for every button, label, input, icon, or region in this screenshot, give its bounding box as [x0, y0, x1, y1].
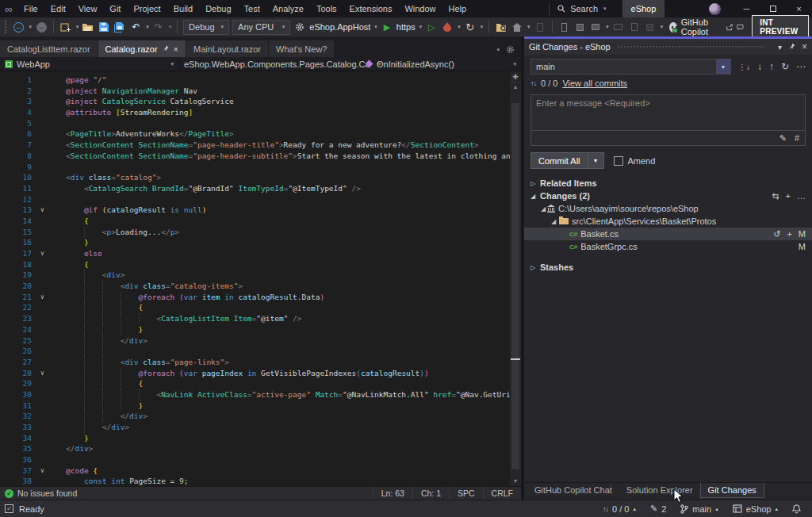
menu-analyze[interactable]: Analyze	[266, 0, 310, 17]
generate-commit-message-icon[interactable]: ✎	[779, 133, 787, 144]
hot-reload-caret-icon[interactable]: ▾	[458, 24, 461, 30]
repo-status-button[interactable]: eShop ▴	[733, 504, 778, 514]
branch-status-button[interactable]: main ▴	[680, 504, 718, 514]
git-tree-item-basket-cs[interactable]: C#Basket.cs↺+M	[524, 228, 812, 240]
document-list-caret-icon[interactable]: ▾	[496, 47, 500, 53]
menu-help[interactable]: Help	[442, 0, 473, 17]
code-line[interactable]: 30 <NavLink ActiveClass="active-page" Ma…	[0, 389, 521, 400]
code-line[interactable]: 28∨ @foreach (var pageIndex in GetVisibl…	[0, 368, 521, 379]
sync-button[interactable]: ↻	[781, 61, 789, 72]
column-indicator[interactable]: Ch: 1	[412, 487, 449, 500]
fold-chevron-icon[interactable]: ∨	[35, 465, 50, 477]
tab-close-icon[interactable]: ×	[174, 44, 178, 54]
git-panel-title-bar[interactable]: Git Changes - eShop ▾ ×	[524, 39, 812, 55]
code-line[interactable]: 32 </div>	[0, 411, 521, 422]
configuration-dropdown[interactable]: Debug▾	[183, 20, 229, 35]
find-in-files-button[interactable]	[495, 19, 508, 35]
pull-button[interactable]: ↓	[757, 61, 762, 72]
commit-message-box[interactable]: Enter a message <Required> ✎ #	[530, 94, 806, 146]
git-tree-item-c-users-aayim-source-repos-eshop[interactable]: ◢C:\Users\aayim\source\repos\eShop	[524, 202, 812, 215]
int-preview-badge[interactable]: INT PREVIEW	[752, 15, 809, 39]
device-package-icon[interactable]	[573, 19, 586, 35]
undo-changes-icon[interactable]: ↺	[773, 229, 780, 239]
restart-button[interactable]: ↻	[464, 19, 477, 35]
code-line[interactable]: 8<SectionContent SectionName="page-heade…	[0, 151, 521, 162]
view-all-commits-link[interactable]: View all commits	[562, 79, 627, 88]
menu-file[interactable]: File	[17, 0, 44, 17]
attach-process-button[interactable]	[534, 19, 546, 35]
solution-name-badge[interactable]: eShop	[622, 0, 665, 17]
navigate-forward-button[interactable]: →	[35, 19, 48, 35]
code-line[interactable]: 1@page "/"	[0, 75, 521, 86]
menu-tools[interactable]: Tools	[310, 0, 343, 17]
github-copilot-button[interactable]: GitHub Copilot	[669, 17, 744, 36]
save-all-button[interactable]	[113, 19, 126, 35]
code-line[interactable]: 27 <div class="page-links">	[0, 357, 521, 368]
code-line[interactable]: 15 <p>Loading...</p>	[0, 227, 521, 238]
breadcrumb-member-dropdown[interactable]: OnInitializedAsync() ▾	[362, 57, 521, 71]
code-line[interactable]: 37∨@code {	[0, 465, 521, 477]
commit-all-button[interactable]: Commit All ▼	[530, 152, 604, 169]
code-editor[interactable]: 1@page "/"2@inject NavigationManager Nav…	[0, 71, 521, 486]
device-tablet-icon[interactable]	[628, 19, 641, 35]
device-phone-icon[interactable]	[557, 19, 570, 35]
sync-status-button[interactable]: ↑↓ 0 / 0 ▴	[603, 504, 636, 514]
panel-close-icon[interactable]: ×	[802, 41, 807, 52]
more-actions-icon[interactable]: …	[797, 191, 806, 201]
device-browser-icon[interactable]	[644, 19, 657, 35]
code-line[interactable]: 16 }	[0, 237, 521, 248]
tab-cataloglistitem-razor[interactable]: CatalogListItem.razor	[0, 40, 98, 57]
menu-build[interactable]: Build	[167, 0, 199, 17]
menu-edit[interactable]: Edit	[44, 0, 72, 17]
copilot-share-icon[interactable]	[726, 23, 733, 32]
fold-chevron-icon[interactable]: ∨	[35, 248, 50, 259]
user-avatar[interactable]	[709, 3, 721, 15]
solution-home-button[interactable]	[511, 19, 523, 35]
fold-chevron-icon[interactable]: ∨	[35, 368, 50, 379]
toolbar-grip[interactable]	[5, 21, 8, 33]
spaces-indicator[interactable]: SPC	[449, 487, 483, 500]
code-line[interactable]: 17∨ else	[0, 248, 521, 259]
git-section-related-items[interactable]: ▷Related Items	[524, 177, 812, 190]
code-line[interactable]: 11 <CatalogSearch BrandId="@BrandId" Ite…	[0, 183, 521, 194]
menu-extensions[interactable]: Extensions	[343, 0, 399, 17]
code-line[interactable]: 29 {	[0, 378, 521, 389]
code-line[interactable]: 14 {	[0, 216, 521, 227]
expanded-twisty-icon[interactable]: ◢	[539, 205, 547, 213]
code-line[interactable]: 25 </div>	[0, 335, 521, 347]
hot-reload-button[interactable]	[441, 19, 454, 35]
open-folder-button[interactable]	[82, 19, 94, 35]
panel-tab-solution-explorer[interactable]: Solution Explorer	[619, 483, 700, 497]
panel-tab-git-changes[interactable]: Git Changes	[700, 483, 764, 498]
undo-caret-icon[interactable]: ▾	[146, 24, 149, 30]
tab-mainlayout-razor[interactable]: MainLayout.razor	[186, 40, 268, 57]
code-line[interactable]: 34 }	[0, 433, 521, 444]
code-line[interactable]: 12	[0, 194, 521, 205]
code-line[interactable]: 18 {	[0, 259, 521, 270]
launch-profile-label[interactable]: https	[396, 22, 416, 32]
menu-debug[interactable]: Debug	[199, 0, 237, 17]
code-line[interactable]: 22 {	[0, 302, 521, 313]
code-line[interactable]: 3@inject CatalogService CatalogService	[0, 96, 521, 107]
expanded-twisty-icon[interactable]: ◢	[550, 218, 557, 225]
scroll-down-icon[interactable]: ▼	[510, 477, 521, 486]
breadcrumb-project-dropdown[interactable]: WebApp ▾	[0, 57, 179, 71]
restart-caret-icon[interactable]: ▾	[481, 24, 484, 30]
navigate-back-caret-icon[interactable]: ▾	[29, 24, 33, 30]
code-line[interactable]: 6<PageTitle>AdventureWorks</PageTitle>	[0, 128, 521, 140]
startup-project-caret-icon[interactable]: ▾	[374, 24, 377, 30]
scrollbar-thumb[interactable]	[511, 103, 519, 469]
device-group-caret-icon[interactable]: ▾	[661, 24, 664, 30]
code-line[interactable]: 38 const int PageSize = 9;	[0, 476, 521, 486]
stage-file-icon[interactable]: +	[787, 229, 791, 239]
menu-git[interactable]: Git	[103, 0, 127, 17]
code-line[interactable]: 5	[0, 118, 521, 129]
git-section-stashes[interactable]: ▷Stashes	[524, 261, 812, 274]
platform-dropdown[interactable]: Any CPU▾	[232, 20, 290, 35]
commit-message-input[interactable]: Enter a message <Required>	[531, 95, 805, 130]
code-line[interactable]: 24 }	[0, 324, 521, 335]
code-line[interactable]: 10<div class="catalog">	[0, 172, 521, 183]
code-line[interactable]: 33 </div>	[0, 422, 521, 433]
solution-home-caret-icon[interactable]: ▾	[527, 24, 530, 30]
fold-chevron-icon[interactable]: ∨	[35, 292, 50, 303]
